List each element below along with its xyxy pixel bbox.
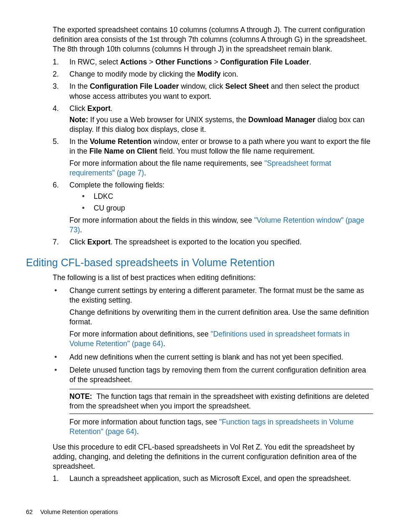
text: If you use a Web browser for UNIX system… [88, 116, 248, 124]
bullet-add-definitions: Add new definitions when the current set… [53, 352, 373, 362]
text: field. You must follow the file name req… [157, 147, 315, 155]
list-intro: The following is a list of best practice… [53, 273, 373, 283]
step-5: 5. In the Volume Retention window, enter… [53, 137, 373, 178]
text: Add new definitions when the current set… [69, 353, 343, 361]
text: For more information about the file name… [69, 159, 264, 167]
text: . [144, 169, 146, 177]
bullet-cu-group: CU group [82, 203, 373, 213]
step-number: 6. [53, 180, 69, 234]
text: In the [69, 82, 90, 90]
step-number: 7. [53, 237, 69, 247]
step-number: 2. [53, 69, 69, 79]
bold-actions: Actions [120, 58, 147, 66]
bold-volume-retention: Volume Retention [90, 137, 151, 146]
text: Click [69, 238, 87, 246]
sub-bullet-list: LDKC CU group [82, 192, 373, 213]
text: Launch a spreadsheet application, such a… [69, 474, 373, 483]
text: . [80, 226, 82, 234]
text: Change current settings by entering a di… [69, 286, 373, 305]
step-number: 3. [53, 82, 69, 101]
text: window, click [179, 82, 225, 90]
bold-modify: Modify [197, 70, 220, 78]
step-3: 3. In the Configuration File Loader wind… [53, 82, 373, 101]
text: Change definitions by overwriting them i… [69, 308, 373, 327]
bold-config-file-loader: Configuration File Loader [90, 82, 179, 90]
bold-select-sheet: Select Sheet [225, 82, 269, 90]
text: For more information about the fields in… [69, 216, 254, 224]
step-number: 1. [53, 57, 69, 67]
step-2: 2. Change to modify mode by clicking the… [53, 69, 373, 79]
bold-export: Export [87, 238, 110, 246]
text: > [212, 58, 220, 66]
procedure-list-1: 1. In RWC, select Actions > Other Functi… [53, 57, 373, 247]
note-text: The function tags that remain in the spr… [69, 392, 369, 410]
text: icon. [221, 70, 238, 78]
page-number: 62 [26, 509, 33, 515]
text: In the [69, 137, 90, 146]
procedure-list-2: 1. Launch a spreadsheet application, suc… [53, 474, 373, 483]
step-number: 5. [53, 137, 69, 178]
text: Delete unused function tags by removing … [69, 365, 373, 385]
text: . [137, 427, 139, 436]
step-7: 7. Click Export. The spreadsheet is expo… [53, 237, 373, 247]
bold-export: Export [87, 104, 110, 113]
text: . The spreadsheet is exported to the loc… [110, 238, 302, 246]
note-label: Note: [69, 116, 88, 124]
bold-file-name-on-client: File Name on Client [90, 147, 157, 155]
note-label: NOTE: [69, 392, 92, 401]
best-practices-list: Change current settings by entering a di… [53, 286, 373, 437]
note-box: NOTE:The function tags that remain in th… [69, 389, 373, 414]
text: . [163, 339, 165, 348]
bold-download-manager: Download Manager [248, 116, 315, 124]
bold-other-functions: Other Functions [155, 58, 212, 66]
step-4: 4. Click Export. Note: If you use a Web … [53, 104, 373, 134]
step-1: 1. Launch a spreadsheet application, suc… [53, 474, 373, 483]
step-number: 4. [53, 104, 69, 134]
text: . [309, 58, 311, 66]
page-footer: 62Volume Retention operations [26, 508, 118, 516]
text: For more information about definitions, … [69, 330, 211, 338]
intro-paragraph: The exported spreadsheet contains 10 col… [53, 25, 373, 54]
text: In RWC, select [69, 58, 120, 66]
section-heading: Editing CFL-based spreadsheets in Volume… [26, 256, 373, 269]
step-6: 6. Complete the following fields: LDKC C… [53, 180, 373, 234]
text: . [110, 104, 113, 113]
bullet-delete-tags: Delete unused function tags by removing … [53, 365, 373, 437]
step-1: 1. In RWC, select Actions > Other Functi… [53, 57, 373, 67]
step-number: 1. [53, 474, 69, 483]
bold-config-file-loader: Configuration File Loader [220, 58, 309, 66]
outro-paragraph: Use this procedure to edit CFL-based spr… [53, 442, 373, 471]
bullet-change-settings: Change current settings by entering a di… [53, 286, 373, 349]
footer-title: Volume Retention operations [40, 509, 118, 515]
bullet-ldkc: LDKC [82, 192, 373, 201]
text: Complete the following fields: [69, 180, 373, 190]
text: Click [69, 104, 87, 113]
text: > [147, 58, 155, 66]
text: For more information about function tags… [69, 418, 219, 426]
text: Change to modify mode by clicking the [69, 70, 197, 78]
